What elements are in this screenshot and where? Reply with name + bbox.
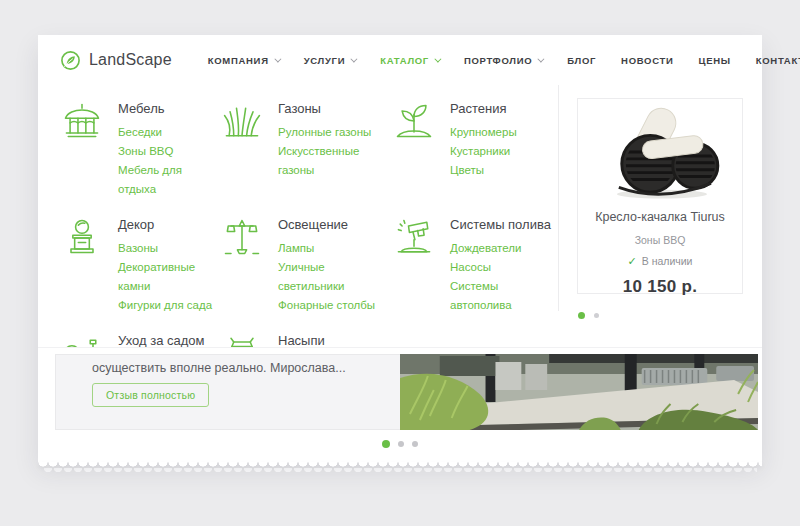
pager-dot-1[interactable]	[382, 440, 390, 448]
category-link[interactable]: Крупномеры	[450, 123, 517, 142]
decor-icon	[60, 215, 106, 261]
pager-dot-1[interactable]	[578, 312, 585, 319]
pager-dot-2[interactable]	[398, 441, 404, 447]
category-title[interactable]: Системы полива	[450, 217, 558, 232]
check-icon: ✓	[628, 255, 637, 267]
pager-dot-2[interactable]	[594, 313, 599, 318]
page-torn-edge	[38, 462, 762, 470]
featured-product-panel: Кресло-качалка Tiurus Зоны BBQ ✓В наличи…	[558, 85, 762, 347]
logo[interactable]: LandScape	[60, 50, 172, 71]
chevron-down-icon	[274, 55, 281, 62]
chevron-down-icon	[351, 55, 358, 62]
catalog-categories: Мебель БеседкиЗоны BBQМебель для отдыха …	[38, 85, 558, 347]
category-link[interactable]: Насосы	[450, 258, 558, 277]
product-image	[584, 103, 736, 205]
nav-item-8[interactable]: КОНТАКТЫ	[756, 55, 800, 66]
brand-name: LandScape	[89, 51, 172, 69]
chevron-down-icon	[434, 55, 441, 62]
product-availability: ✓В наличии	[584, 255, 736, 268]
reviews-section: осуществить вполне реально. Мирослава...…	[38, 347, 762, 462]
category-link[interactable]: Дождеватели	[450, 239, 558, 258]
category-link[interactable]: Искусственные газоны	[278, 142, 392, 180]
category-title[interactable]: Декор	[118, 217, 220, 232]
nav-item-7[interactable]: ЦЕНЫ	[699, 55, 731, 66]
category-link[interactable]: Фонарные столбы	[278, 296, 392, 315]
availability-label: В наличии	[642, 255, 693, 267]
catalog-category: Растения КрупномерыКустарникиЦветы	[392, 99, 558, 199]
category-link[interactable]: Рулонные газоны	[278, 123, 392, 142]
plant-icon	[392, 99, 438, 145]
garden-photo-image	[400, 354, 758, 430]
category-link[interactable]: Зоны BBQ	[118, 142, 220, 161]
category-link[interactable]: Мебель для отдыха	[118, 161, 220, 199]
product-name: Кресло-качалка Tiurus	[584, 210, 736, 224]
main-nav: КОМПАНИЯ УСЛУГИ КАТАЛОГ ПОРТФОЛИО БЛОГ Н…	[208, 55, 800, 66]
category-link[interactable]: Цветы	[450, 161, 517, 180]
product-price: 10 150 р.	[584, 277, 736, 297]
streetlamp-icon	[220, 215, 266, 261]
site-header: LandScape КОМПАНИЯ УСЛУГИ КАТАЛОГ ПОРТФО…	[38, 35, 762, 85]
category-link[interactable]: Беседки	[118, 123, 220, 142]
category-link[interactable]: Кустарники	[450, 142, 517, 161]
nav-item-6[interactable]: НОВОСТИ	[621, 55, 673, 66]
pager-dot-3[interactable]	[412, 441, 418, 447]
catalog-megamenu: Мебель БеседкиЗоны BBQМебель для отдыха …	[38, 85, 762, 347]
nav-item-1[interactable]: КОМПАНИЯ	[208, 55, 279, 66]
product-card[interactable]: Кресло-качалка Tiurus Зоны BBQ ✓В наличи…	[577, 98, 743, 294]
catalog-category: Системы полива ДождевателиНасосыСистемы …	[392, 215, 558, 315]
category-title[interactable]: Растения	[450, 101, 517, 116]
page-background: LandScape КОМПАНИЯ УСЛУГИ КАТАЛОГ ПОРТФО…	[0, 0, 800, 526]
category-title[interactable]: Освещение	[278, 217, 392, 232]
catalog-category: Освещение ЛампыУличные светильникиФонарн…	[220, 215, 392, 315]
category-link[interactable]: Фигурки для сада	[118, 296, 220, 315]
nav-item-2[interactable]: УСЛУГИ	[304, 55, 356, 66]
category-link[interactable]: Уличные светильники	[278, 258, 392, 296]
category-title[interactable]: Насыпи	[278, 333, 325, 348]
grass-icon	[220, 99, 266, 145]
catalog-category: Декор ВазоныДекоративные камниФигурки дл…	[60, 215, 220, 315]
nav-item-3[interactable]: КАТАЛОГ	[380, 55, 439, 66]
landscape-photo	[400, 354, 758, 430]
site-card: LandScape КОМПАНИЯ УСЛУГИ КАТАЛОГ ПОРТФО…	[38, 35, 762, 462]
nav-item-5[interactable]: БЛОГ	[567, 55, 596, 66]
category-link[interactable]: Лампы	[278, 239, 392, 258]
chevron-down-icon	[538, 55, 545, 62]
gazebo-icon	[60, 99, 106, 145]
full-review-button[interactable]: Отзыв полностью	[92, 383, 209, 407]
leaf-logo-icon	[60, 50, 81, 71]
category-title[interactable]: Газоны	[278, 101, 392, 116]
review-text: осуществить вполне реально. Мирослава...	[92, 361, 346, 375]
category-link[interactable]: Системы автополива	[450, 277, 558, 315]
product-category-link[interactable]: Зоны BBQ	[584, 234, 736, 246]
category-link[interactable]: Декоративные камни	[118, 258, 220, 296]
reviews-carousel-dots	[382, 440, 418, 448]
review-slide: осуществить вполне реально. Мирослава...…	[55, 354, 758, 430]
category-link[interactable]: Вазоны	[118, 239, 220, 258]
sprinkler-icon	[392, 215, 438, 261]
category-title[interactable]: Мебель	[118, 101, 220, 116]
product-carousel-dots	[578, 312, 762, 319]
catalog-category: Газоны Рулонные газоныИскусственные газо…	[220, 99, 392, 199]
rocking-chair-image	[591, 105, 729, 203]
catalog-category: Мебель БеседкиЗоны BBQМебель для отдыха	[60, 99, 220, 199]
nav-item-4[interactable]: ПОРТФОЛИО	[464, 55, 542, 66]
